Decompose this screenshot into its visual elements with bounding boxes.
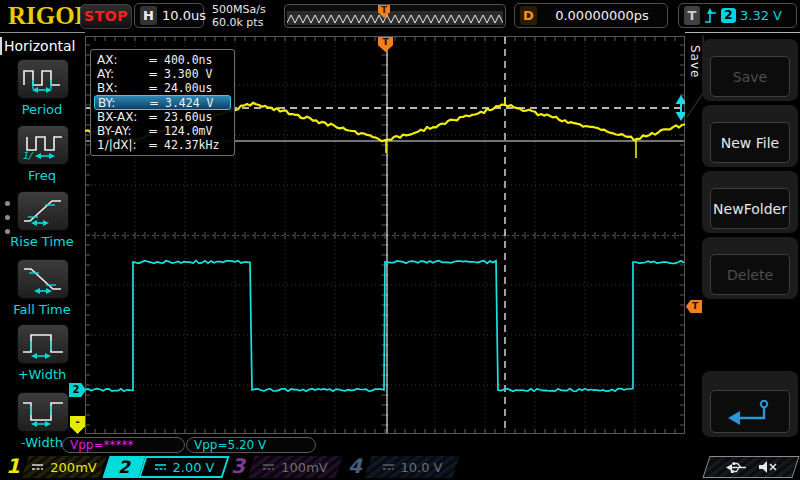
scroll-dot [5,215,10,220]
new-folder-button[interactable]: NewFolder [710,188,790,229]
top-status-bar: RIGOL STOP H 10.0us 500MSa/s 60.0k pts T… [0,0,800,32]
delay-label: D [520,6,537,25]
cursor-row-ax: AX:=400.0ns [94,53,231,67]
menu-title: Horizontal [4,38,75,54]
delay-value: 0.00000000ps [542,8,662,23]
trigger-label: T [684,6,700,25]
system-status-area [702,456,799,478]
return-button[interactable] [710,390,790,433]
channel-3-scale: 100mV [281,460,327,475]
rigol-logo: RIGOL [8,2,91,30]
dc-coupling-icon [262,462,275,472]
preview-waveform [287,11,503,25]
freq-icon: 1/ [21,130,65,160]
softkey-slot [702,371,798,437]
menu-tab-title: Save [688,45,702,78]
cursor-row-ay: AY:=3.300 V [94,67,231,81]
speaker-muted-icon [758,460,777,474]
trigger-source-channel: 2 [721,8,736,23]
horizontal-scale-box: H 10.0us [134,3,204,28]
oscilloscope-screen: RIGOL STOP H 10.0us 500MSa/s 60.0k pts T… [0,0,800,480]
minus-width-icon [21,397,65,427]
usb-icon [725,461,749,474]
run-stop-status[interactable]: STOP [80,4,132,29]
h-label: H [140,6,157,25]
softkey-slot: NewFolder [702,171,798,233]
save-button[interactable]: Save [710,56,790,97]
cursor-row-by-ay: BY-AY:=124.0mV [94,124,231,138]
cursor-row-bx-ax: BX-AX:=23.60us [94,110,231,124]
menu-item-freq[interactable]: 1/ Freq [0,125,85,183]
channel-2-scale: 2.00 V [173,460,215,475]
channel-1-scale: 200mV [50,460,96,475]
softkey-slot: Save [702,39,798,101]
plus-width-icon [21,329,65,359]
svg-text:1/: 1/ [22,150,34,160]
acquisition-info: 500MSa/s 60.0k pts [212,3,266,29]
measurement-strip: Vpp=***** Vpp=5.20 V [0,437,800,454]
dc-coupling-icon [382,462,395,472]
fall-time-icon [21,264,65,294]
dc-coupling-icon [31,462,44,472]
menu-item-plus-width[interactable]: +Width [0,324,85,382]
delay-box: D 0.00000000ps [514,3,668,28]
cursor-row-by-selected: BY:=3.424 V [94,95,231,110]
period-icon [21,64,65,94]
dc-coupling-icon [154,462,167,472]
channel-4-scale: 10.0 V [401,460,443,475]
memory-window-band [287,11,503,25]
channel-status-bar: 1 200mV 2 [0,455,800,480]
scroll-dot [5,201,10,206]
scroll-dot [5,229,10,234]
memory-depth: 60.0k pts [212,16,266,29]
menu-item-period[interactable]: Period [0,59,85,117]
menu-title-accent [0,37,2,55]
trigger-level-value: 3.32 V [740,8,782,23]
h-scale-value: 10.0us [162,8,206,23]
rising-edge-icon [704,7,717,25]
trigger-status-box: T 2 3.32 V [678,3,797,28]
new-file-button[interactable]: New File [710,122,790,163]
return-arrow-icon [724,398,776,426]
memory-waveform-preview[interactable]: T [284,4,506,28]
cursor-row-inv-dx: 1/|dX|:=42.37kHz [94,138,231,152]
menu-item-rise-time[interactable]: Rise Time [0,191,85,249]
softkey-slot: New File [702,105,798,167]
menu-item-fall-time[interactable]: Fall Time [0,259,85,317]
delete-button[interactable]: Delete [710,254,790,295]
measurement-vpp-ch2[interactable]: Vpp=5.20 V [186,437,316,453]
rise-time-icon [21,196,65,226]
cursor-row-bx: BX:=24.00us [94,81,231,95]
channel-2-number: 2 [106,456,142,478]
measurement-vpp-off[interactable]: Vpp=***** [62,437,185,453]
sample-rate: 500MSa/s [212,3,266,16]
softkey-slot: Delete [702,237,798,299]
right-menu-panel: Save Save New File NewFolder Delete [685,32,800,456]
cursor-measurement-panel: AX:=400.0ns AY:=3.300 V BX:=24.00us BY:=… [90,49,235,156]
